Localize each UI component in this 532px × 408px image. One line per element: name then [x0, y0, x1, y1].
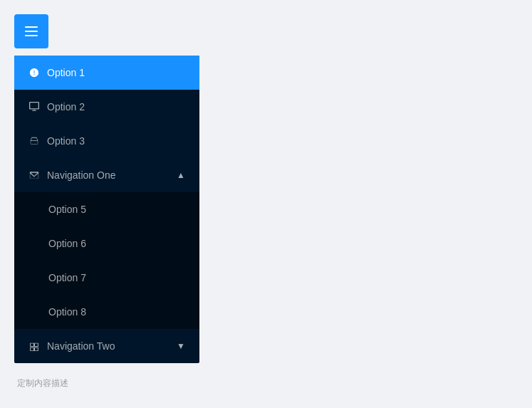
sidebar-item-option8[interactable]: Option 8	[14, 295, 199, 329]
nav-two-arrow-down-icon: ▼	[177, 341, 185, 351]
envelope-icon	[28, 169, 40, 181]
sidebar-item-option8-label: Option 8	[48, 306, 86, 318]
sidebar-item-option7-label: Option 7	[48, 272, 86, 283]
sidebar-item-option3[interactable]: Option 3	[14, 124, 199, 158]
dashboard-icon	[28, 67, 40, 78]
sidebar-item-option7[interactable]: Option 7	[14, 261, 199, 295]
sidebar-item-option6-label: Option 6	[48, 238, 86, 249]
nav-one-arrow-up-icon: ▲	[177, 170, 185, 180]
sidebar-item-option2[interactable]: Option 2	[14, 90, 199, 124]
sidebar-item-option5[interactable]: Option 5	[14, 192, 199, 226]
sidebar-item-option5-label: Option 5	[48, 204, 86, 215]
sidebar-item-nav-two[interactable]: Navigation Two ▼	[14, 329, 199, 363]
sidebar-item-nav-one-label: Navigation One	[47, 169, 177, 181]
sidebar-item-nav-two-label: Navigation Two	[47, 340, 177, 352]
sidebar-item-option1[interactable]: Option 1	[14, 56, 199, 90]
sidebar-toggle-button[interactable]	[14, 14, 48, 48]
page-container: Option 1 Option 2 Option 3	[0, 0, 532, 408]
sidebar-item-option1-label: Option 1	[47, 67, 185, 78]
sidebar-item-nav-one[interactable]: Navigation One ▲	[14, 158, 199, 192]
grid-icon	[28, 340, 40, 352]
inbox-icon	[28, 135, 40, 147]
sidebar: Option 1 Option 2 Option 3	[14, 56, 199, 363]
footer-text: 定制内容描述	[14, 377, 518, 389]
sidebar-item-option6[interactable]: Option 6	[14, 226, 199, 261]
sidebar-item-option3-label: Option 3	[47, 135, 185, 147]
monitor-icon	[28, 101, 40, 113]
menu-icon	[25, 26, 38, 36]
sidebar-item-option2-label: Option 2	[47, 101, 185, 113]
